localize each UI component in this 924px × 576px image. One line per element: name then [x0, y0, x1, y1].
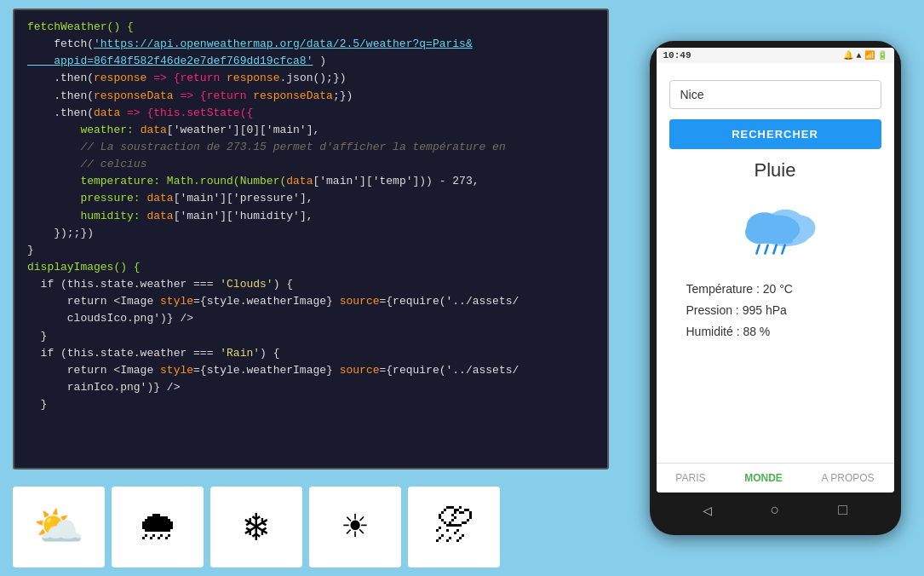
code-line: fetchWeather() { [27, 19, 599, 36]
svg-rect-6 [754, 238, 793, 244]
weather-title: Pluie [755, 159, 796, 181]
code-line: rainIco.png')} /> [27, 379, 599, 396]
code-line: // celcius [27, 156, 599, 173]
thumbnail-sunny[interactable]: ☀ [309, 487, 401, 567]
snow-icon: ❄ [244, 502, 269, 552]
code-line: return <Image style={style.weatherImage}… [27, 362, 599, 379]
thumbnail-partly-cloudy[interactable]: ⛅ [13, 487, 105, 567]
city-search-input[interactable] [669, 80, 881, 109]
code-line: appid=86f48f582f46de2e7def769dd19cfca8' … [27, 53, 599, 70]
code-line: if (this.state.weather === 'Clouds') { [27, 276, 599, 293]
home-button[interactable]: ○ [771, 502, 780, 519]
code-line: temperature: Math.round(Number(data['mai… [27, 173, 599, 190]
alarm-icon: 🔔 [843, 50, 853, 60]
phone-screen: 10:49 🔔 ▲ 📶 🔋 RECHERCHER Pluie [657, 48, 894, 492]
code-line: .then(response => {return response.json(… [27, 70, 599, 87]
code-line: .then(data => {this.setState({ [27, 105, 599, 122]
bottom-nav: PARIS MONDE A PROPOS [657, 463, 894, 492]
code-line: });;}) [27, 225, 599, 242]
code-line: cloudsIco.png')} /> [27, 310, 599, 327]
thunder-icon: ⛈ [433, 503, 474, 551]
thumbnail-rain[interactable]: 🌧 [112, 487, 204, 567]
search-button[interactable]: RECHERCHER [669, 119, 881, 149]
code-line: return <Image style={style.weatherImage}… [27, 293, 599, 310]
phone-time: 10:49 [663, 50, 692, 60]
thumbnail-thunder[interactable]: ⛈ [408, 487, 500, 567]
code-line: // La soustraction de 273.15 permet d'af… [27, 139, 599, 156]
temperature-text: Température : 20 °C [686, 279, 881, 300]
left-section: fetchWeather() { fetch('https://api.open… [0, 0, 626, 576]
signal-icon: 📶 [864, 50, 875, 60]
recents-button[interactable]: □ [838, 502, 847, 519]
app-content: RECHERCHER Pluie [657, 63, 894, 463]
code-line: fetch('https://api.openweathermap.org/da… [27, 36, 599, 53]
svg-line-7 [756, 245, 759, 254]
code-line: humidity: data['main']['humidity'], [27, 208, 599, 225]
android-nav: ◁ ○ □ [657, 492, 894, 528]
battery-icon: 🔋 [877, 50, 887, 60]
phone-device: 10:49 🔔 ▲ 📶 🔋 RECHERCHER Pluie [650, 41, 901, 535]
code-line: pressure: data['main']['pressure'], [27, 190, 599, 207]
nav-paris[interactable]: PARIS [675, 472, 705, 484]
code-line: if (this.state.weather === 'Rain') { [27, 345, 599, 362]
pressure-text: Pression : 995 hPa [686, 300, 881, 321]
code-editor: fetchWeather() { fetch('https://api.open… [13, 9, 609, 469]
sunny-icon: ☀ [343, 502, 368, 552]
weather-info: Température : 20 °C Pression : 995 hPa H… [669, 279, 881, 343]
rain-icon: 🌧 [137, 503, 178, 551]
svg-line-8 [765, 245, 767, 254]
code-line: weather: data['weather'][0]['main'], [27, 122, 599, 139]
thumbnails-strip: ⛅🌧❄☀⛈ [0, 478, 626, 576]
thumbnail-snow[interactable]: ❄ [210, 487, 302, 567]
status-bar: 10:49 🔔 ▲ 📶 🔋 [657, 48, 894, 63]
code-line: } [27, 242, 599, 259]
code-line: displayImages() { [27, 259, 599, 276]
wifi-icon: ▲ [856, 51, 861, 60]
code-line: } [27, 328, 599, 345]
status-icons: 🔔 ▲ 📶 🔋 [843, 50, 887, 60]
humidity-text: Humidité : 88 % [686, 321, 881, 343]
rain-cloud-icon [732, 196, 818, 264]
nav-monde[interactable]: MONDE [744, 472, 783, 484]
code-line: } [27, 396, 599, 413]
code-line: .then(responseData => {return responseDa… [27, 88, 599, 105]
nav-apropos[interactable]: A PROPOS [822, 472, 875, 484]
phone-wrapper: 10:49 🔔 ▲ 📶 🔋 RECHERCHER Pluie [626, 0, 924, 576]
weather-icon-container [732, 192, 818, 268]
back-button[interactable]: ◁ [703, 501, 712, 520]
svg-line-9 [773, 245, 776, 254]
partly-cloudy-icon: ⛅ [33, 503, 84, 552]
